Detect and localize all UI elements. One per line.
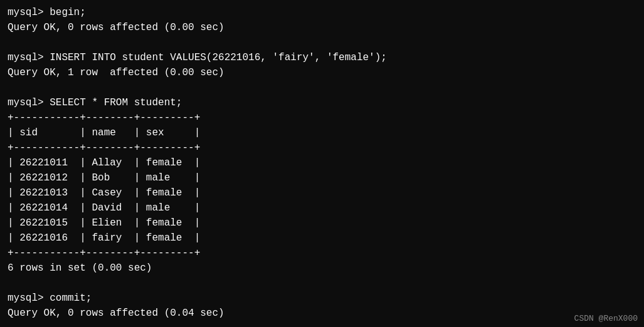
line-row-3: | 26221013 | Casey | female | [8,185,636,200]
line-rowcount: 6 rows in set (0.00 sec) [8,261,636,276]
line-begin-result: Query OK, 0 rows affected (0.00 sec) [8,20,636,35]
line-row-2: | 26221012 | Bob | male | [8,170,636,185]
line-row-6: | 26221016 | fairy | female | [8,231,636,246]
terminal-window: mysql> begin; Query OK, 0 rows affected … [0,0,644,327]
line-row-5: | 26221015 | Elien | female | [8,215,636,231]
line-table-header: | sid | name | sex | [8,125,636,140]
line-commit-result: Query OK, 0 rows affected (0.04 sec) [8,306,636,321]
line-row-4: | 26221014 | David | male | [8,200,636,215]
line-blank-3 [8,276,636,291]
line-blank-1 [8,35,636,50]
line-table-header-border: +-----------+--------+---------+ [8,140,636,155]
line-insert-result: Query OK, 1 row affected (0.00 sec) [8,65,636,80]
line-row-1: | 26221011 | Allay | female | [8,155,636,170]
line-insert-cmd: mysql> INSERT INTO student VALUES(262210… [8,50,636,65]
watermark: CSDN @RenX000 [574,314,638,323]
line-commit-cmd: mysql> commit; [8,291,636,306]
terminal-output: mysql> begin; Query OK, 0 rows affected … [8,5,636,321]
line-table-bottom: +-----------+--------+---------+ [8,246,636,261]
line-blank-2 [8,80,636,95]
line-table-top: +-----------+--------+---------+ [8,110,636,125]
line-select-cmd: mysql> SELECT * FROM student; [8,95,636,110]
line-begin-cmd: mysql> begin; [8,5,636,20]
